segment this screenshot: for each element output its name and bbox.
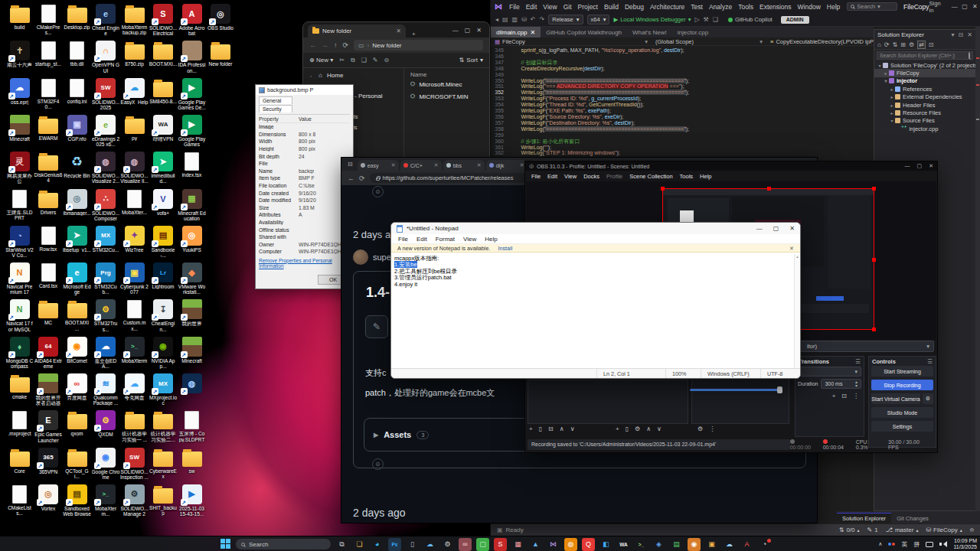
save-icon[interactable]: ⛁ [521, 16, 527, 23]
obs-menu-item[interactable]: Edit [547, 173, 557, 180]
obs-menu-item[interactable]: View [564, 173, 577, 180]
close-tab-icon[interactable]: ✕ [391, 162, 396, 168]
more-icon[interactable]: ⋮ [709, 425, 715, 432]
install-button[interactable]: Install [498, 245, 512, 252]
minimize-icon[interactable]: — [452, 27, 459, 34]
desktop-icon[interactable]: build [5, 4, 34, 30]
desktop-icon[interactable]: MX↗STM32Cu... [92, 226, 120, 253]
sort-button[interactable]: ⇅Sort▾ [459, 57, 483, 64]
dialog-tab[interactable]: General [259, 96, 292, 104]
desktop-icon[interactable]: ≋↗Qualcomm Package ... [92, 373, 120, 406]
vs-menu-item[interactable]: File [506, 3, 523, 11]
maximize-icon[interactable]: ▢ [917, 163, 923, 169]
desktop-icon[interactable]: ☁↗EasyX_Help [120, 78, 149, 105]
back-icon[interactable]: ← [348, 174, 354, 182]
desktop-icon[interactable]: STM32F40... [34, 78, 63, 109]
desktop-icon[interactable]: ♻Recycle Bin [63, 152, 91, 178]
desktop-icon[interactable]: ▶↗Google Play Games [178, 115, 206, 147]
taskbar-icon-qq[interactable]: Q [582, 538, 595, 551]
panel-tab[interactable]: Solution Explorer [837, 513, 891, 523]
solution-tree-item[interactable]: ▾Solution 'FileCopy' (2 of 2 projects) [874, 61, 975, 69]
desktop-icon[interactable]: tbb.dll [63, 41, 91, 67]
desktop-icon[interactable]: Desktop.zip [63, 4, 91, 30]
vs-document-tab[interactable]: GitHub Copilot Walkthrough [541, 27, 627, 37]
breadcrumb-member[interactable]: ≡CopyExecutableDirectory(LPVOID lpParam) [766, 38, 874, 45]
vs-menu-item[interactable]: Project [575, 3, 601, 11]
notepad-menu-item[interactable]: View [463, 236, 476, 243]
desktop-icon[interactable]: ▤↗Sandboxie-... [149, 226, 178, 258]
cut-icon[interactable]: ✂ [339, 57, 345, 64]
desktop-icon[interactable]: ◎↗OBS Studio [207, 4, 235, 31]
browser-tab[interactable]: dijk✕ [486, 160, 528, 171]
desktop-icon[interactable]: ◎↗ibmanager... [63, 189, 91, 216]
refresh-icon[interactable]: ⟳ [343, 41, 349, 49]
show-all-files-icon[interactable]: ⊞ [900, 41, 906, 48]
panel-menu-icon[interactable]: ☰ [927, 358, 933, 365]
ime-language[interactable]: 英 [901, 540, 907, 549]
status-item[interactable]: ⛁FileCopy▴ [926, 527, 962, 533]
maximize-icon[interactable]: ▢ [773, 225, 779, 232]
notepad-text-area[interactable]: mcappx版本指南:1.安装be2.把工具解压到be根目录3.管理员运行pat… [391, 254, 794, 368]
obs-menu-item[interactable]: Help [700, 173, 711, 180]
desktop-icon[interactable]: BOOT.MXI ... [63, 299, 91, 331]
notepad-menu-item[interactable]: Help [485, 236, 497, 243]
vs-sign-in[interactable]: Sign in [929, 0, 945, 14]
more-icon[interactable]: ⋮ [853, 393, 859, 399]
close-banner-icon[interactable]: ✕ [789, 245, 794, 252]
desktop-icon[interactable]: QCTool_Gi... [63, 448, 91, 479]
open-file-icon[interactable]: ▥ [512, 16, 518, 23]
solution-tree-item[interactable]: ▾injector [874, 77, 975, 85]
line-ending[interactable]: Windows (CRLF) [701, 369, 760, 378]
desktop-icon[interactable]: sw [178, 448, 206, 474]
notepad-scrollbar[interactable]: ▴ [794, 254, 800, 368]
desktop-icon[interactable]: ⚙↗SOLIDWO... Manage 20... [120, 484, 149, 517]
vs-menu-item[interactable]: Extensions [756, 3, 795, 11]
taskbar-icon-obs-camera[interactable]: ◉ [688, 538, 701, 551]
desktop-icon[interactable]: MX↗MXproject.ioc [149, 373, 178, 406]
taskbar-icon-acrobat[interactable]: A [740, 538, 753, 551]
desktop-icon[interactable]: SW↗SOLIDWO... Inspection ... [120, 448, 149, 480]
vs-menu-item[interactable]: Window [795, 3, 824, 11]
vs-platform-select[interactable]: x64▾ [587, 15, 610, 24]
delete-icon[interactable]: ⊖ [384, 57, 390, 64]
new-tab-icon[interactable]: + [412, 31, 416, 37]
vs-run-button[interactable]: ▶Local Windows Debugger▾ [613, 16, 691, 23]
desktop-icon[interactable]: ☁↗嘉立创EDA... [92, 337, 120, 369]
desktop-icon[interactable]: CMakeLists... [5, 484, 34, 516]
home-icon[interactable]: ⌂ [877, 41, 881, 48]
obs-menu-item[interactable]: File [531, 173, 541, 180]
add-icon[interactable]: + [529, 425, 533, 432]
taskbar-icon-vscode[interactable]: ◧ [599, 538, 612, 551]
browser-tab[interactable]: C/C+✕ [400, 160, 442, 171]
new-item-button[interactable]: ⊕ New ▾ [309, 57, 333, 64]
desktop-icon[interactable]: ↗IDA Profession... [178, 41, 206, 73]
panel-menu-icon[interactable]: ☰ [855, 358, 861, 365]
reaction-button[interactable]: ☺ [372, 186, 384, 197]
desktop-icon[interactable]: ▶↗2025-11-03 15-43-15... [178, 484, 206, 517]
desktop-icon[interactable]: ◍↗SOLIDWO... Visualize Il... [120, 152, 149, 184]
desktop-icon[interactable]: 365↗365VPN [34, 448, 63, 474]
desktop-icon[interactable]: ♦↗MongoDB Compass [5, 337, 34, 369]
desktop-icon[interactable]: index.tsx [178, 152, 206, 178]
solution-tree-item[interactable]: ▸Header Files [874, 101, 975, 109]
desktop-icon[interactable]: CMakePres... [34, 4, 63, 35]
desktop-icon[interactable]: MobaXterm backup.zip [120, 4, 149, 35]
taskbar-icon-baidu-cloud[interactable]: ☁ [423, 538, 436, 551]
run-no-debug-icon[interactable]: ▷ [694, 16, 699, 23]
taskbar-clock[interactable]: 10:09 PM 11/3/2025 [953, 538, 977, 550]
transition-select[interactable]: ▾ [798, 367, 861, 377]
maximize-icon[interactable]: ▢ [465, 27, 471, 34]
back-icon[interactable]: ← [309, 41, 316, 49]
browser-tab[interactable]: easy✕ [358, 160, 399, 171]
desktop-icon[interactable]: ▣↗Cyberpunk 2077 [120, 262, 149, 295]
desktop-icon[interactable]: E↗Epic Games Launcher [34, 410, 63, 442]
desktop-icon[interactable]: ◍↗ [178, 373, 206, 395]
desktop-icon[interactable]: ◎↗Vortex [34, 484, 63, 511]
vs-menu-item[interactable]: Debug [622, 3, 647, 11]
obs-control-button[interactable]: Studio Mode [871, 407, 933, 418]
obs-menu-item[interactable]: Docks [583, 173, 599, 180]
up-icon[interactable]: ↑ [334, 41, 338, 49]
desktop-icon[interactable]: ↗我的世界开发者启动器 [34, 373, 63, 406]
desktop-icon[interactable]: ▤↗Sandboxed Web Browser [63, 484, 91, 517]
vs-document-tab[interactable]: What's New! [627, 27, 672, 37]
